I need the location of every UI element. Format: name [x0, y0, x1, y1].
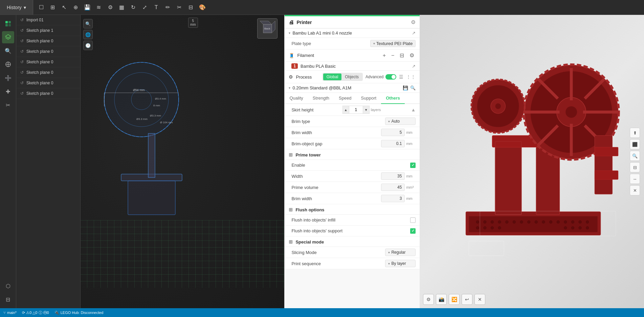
vp-bottom-btn-4[interactable]: ↩ [462, 294, 472, 305]
svg-point-36 [528, 220, 531, 224]
vp-bottom-btn-2[interactable]: 📸 [436, 294, 447, 305]
printer-settings-icon[interactable]: ⚙ [411, 19, 416, 25]
filament-copy-btn[interactable]: ⊟ [398, 51, 405, 59]
brim-width-input[interactable] [381, 129, 405, 136]
profile-save-icon[interactable]: 💾 [403, 85, 408, 90]
enable-checkbox[interactable] [410, 163, 416, 168]
history-item-6[interactable]: ↺ Sketch plane 0 [16, 78, 80, 88]
filament-export-icon[interactable]: ↗ [412, 64, 416, 69]
nav-cube[interactable]: Back [257, 18, 277, 39]
vp-right-btn-1[interactable]: ⬆ [630, 128, 640, 138]
tab-global[interactable]: Global [323, 73, 342, 80]
history-item-4[interactable]: ↺ Sketch plane 0 [16, 57, 80, 67]
history-tab[interactable]: History ▾ [0, 0, 33, 15]
skirt-height-up[interactable]: ▲ [342, 106, 349, 114]
print-seq-dropdown[interactable]: ▾ By layer [385, 260, 416, 267]
flush-infill-checkbox[interactable] [410, 217, 416, 223]
vp-bottom-btn-5[interactable]: ✕ [474, 294, 485, 305]
process-list-icon[interactable]: ☰ [399, 74, 403, 80]
skirt-collapse-btn[interactable]: ▲ [411, 107, 416, 112]
viewport-left[interactable]: Ø56 mm Ø3.4 mm 8 mm Ø3.3 mm Ø3.3 mm Ø 10… [81, 15, 284, 308]
process-more-icon[interactable]: ⋮⋮ [406, 74, 416, 80]
advanced-toggle[interactable] [385, 74, 396, 80]
flush-infill-value [410, 217, 416, 223]
width-value: mm [381, 172, 416, 180]
enable-value [410, 163, 416, 168]
flush-support-checkbox[interactable] [410, 228, 416, 234]
svg-text:Back: Back [264, 27, 271, 30]
history-item-0[interactable]: ↺ Import 01 [16, 15, 80, 25]
vp-ctrl-globe[interactable]: 🌐 [83, 30, 93, 39]
history-item-1[interactable]: ↺ Sketch plane 1 [16, 25, 80, 36]
vp-bottom-btn-3[interactable]: 🔀 [449, 294, 460, 305]
brim-type-dropdown[interactable]: ▾ Auto [385, 118, 416, 125]
skirt-height-down[interactable]: ▼ [363, 106, 370, 114]
svg-point-72 [495, 103, 501, 109]
viewport-right-controls: ⬆ ⬛ 🔍 ⊟ ↔ ✕ [630, 128, 640, 195]
toolbar-icon-1[interactable]: ☐ [36, 2, 47, 13]
sidebar-icon-layers[interactable] [2, 31, 14, 43]
toolbar-icon-2[interactable]: ⊞ [47, 2, 58, 13]
sidebar-icon-logo[interactable] [2, 18, 14, 30]
vp-ctrl-search[interactable]: 🔍 [83, 19, 93, 28]
vp-bottom-btn-1[interactable]: ⚙ [423, 294, 434, 305]
toolbar-icon-4[interactable]: ⊕ [70, 2, 81, 13]
sidebar-icon-move[interactable]: ✚ [2, 85, 14, 98]
vp-right-btn-3[interactable]: 🔍 [630, 151, 640, 161]
brim-object-gap-input[interactable] [381, 140, 405, 147]
tab-others[interactable]: Others [381, 93, 405, 104]
tab-quality[interactable]: Quality [285, 93, 308, 104]
sidebar-icon-cut[interactable]: ✂ [2, 99, 14, 111]
sidebar-icon-bottom2[interactable]: ⊟ [2, 293, 14, 305]
tab-strength[interactable]: Strength [308, 93, 334, 104]
toolbar-icon-10[interactable]: ⤢ [139, 2, 150, 13]
toolbar-icon-8[interactable]: ▦ [116, 2, 127, 13]
width-input[interactable] [381, 172, 405, 180]
skirt-height-input[interactable] [349, 106, 363, 114]
prime-brim-width-unit: mm [406, 196, 416, 200]
filament-remove-btn[interactable]: − [390, 52, 396, 59]
prime-brim-width-input[interactable] [381, 195, 405, 202]
toolbar-icon-3[interactable]: ↖ [59, 2, 70, 13]
history-item-5[interactable]: ↺ Sketch plane 0 [16, 67, 80, 78]
slicing-mode-dropdown[interactable]: ▾ Regular [385, 249, 416, 256]
filament-settings-btn[interactable]: ⚙ [408, 51, 416, 59]
hub-icon: 🔌 [54, 311, 59, 315]
profile-search-icon[interactable]: 🔍 [410, 85, 416, 90]
history-item-7[interactable]: ↺ Sketch plane 0 [16, 88, 80, 99]
toolbar-icon-14[interactable]: ⊟ [185, 2, 196, 13]
sidebar-icon-search[interactable]: 🔍 [2, 45, 14, 57]
printer-model-export-icon[interactable]: ↗ [412, 30, 416, 36]
toolbar-icon-6[interactable]: ≋ [93, 2, 104, 13]
viewport-right[interactable]: ⬆ ⬛ 🔍 ⊟ ↔ ✕ ⚙ 📸 🔀 ↩ ✕ [420, 15, 644, 308]
prime-volume-input[interactable] [381, 184, 405, 191]
filament-add-btn[interactable]: + [381, 52, 387, 59]
tab-support[interactable]: Support [356, 93, 381, 104]
toolbar-icon-5[interactable]: 💾 [82, 2, 93, 13]
history-item-label-5: Sketch plane 0 [26, 70, 53, 75]
sidebar-icon-bottom1[interactable]: ⬡ [2, 280, 14, 292]
vp-right-btn-4[interactable]: ⊟ [630, 162, 640, 172]
plate-type-selector[interactable]: ▾ Textured PEI Plate [370, 40, 416, 47]
flush-support-label: Flush into objects' support [289, 228, 342, 233]
tab-speed[interactable]: Speed [334, 93, 356, 104]
history-item-2[interactable]: ↺ Sketch plane 0 [16, 36, 80, 46]
sidebar-icon-add[interactable]: ➕ [2, 72, 14, 84]
toolbar-icon-13[interactable]: ✂ [174, 2, 185, 13]
history-item-label-0: Import 01 [26, 18, 44, 22]
toolbar-icon-7[interactable]: ⚙ [105, 2, 116, 13]
vp-ctrl-history[interactable]: 🕐 [83, 41, 93, 50]
history-icon-2: ↺ [20, 39, 24, 43]
toolbar-icon-9[interactable]: ↻ [128, 2, 139, 13]
vp-right-btn-5[interactable]: ↔ [630, 174, 640, 184]
vp-right-btn-2[interactable]: ⬛ [630, 139, 640, 149]
toolbar-icon-15[interactable]: 🎨 [197, 2, 208, 13]
vp-right-btn-6[interactable]: ✕ [630, 185, 640, 195]
toolbar-icon-12[interactable]: ✏ [162, 2, 173, 13]
history-icon-0: ↺ [20, 18, 24, 22]
history-item-3[interactable]: ↺ Sketch plane 0 [16, 46, 80, 57]
toolbar-icon-11[interactable]: T [151, 2, 162, 13]
tab-objects[interactable]: Objects [341, 73, 362, 80]
settings-tabs: Quality Strength Speed Support Others [285, 93, 420, 104]
sidebar-icon-transform[interactable] [2, 58, 14, 70]
